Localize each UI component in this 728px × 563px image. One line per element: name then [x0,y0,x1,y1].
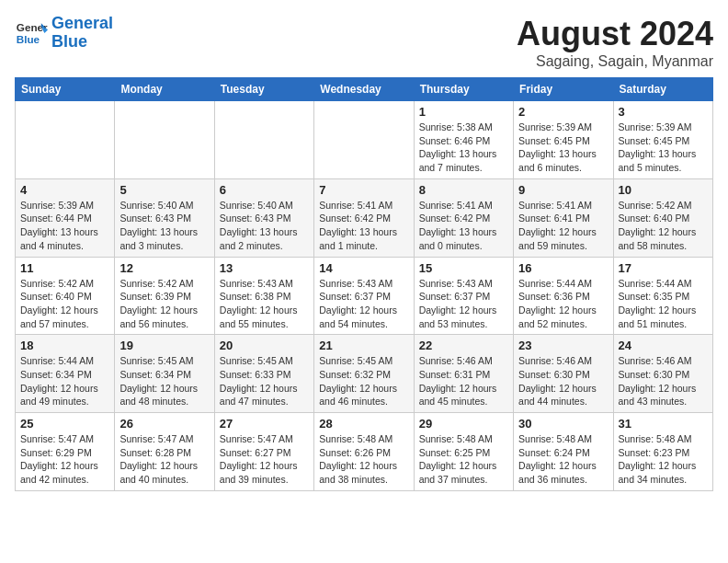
day-number: 21 [319,339,408,352]
logo: General Blue General Blue [15,15,113,52]
weekday-header-sunday: Sunday [16,78,115,101]
day-info: Sunrise: 5:47 AM Sunset: 6:28 PM Dayligh… [119,432,209,487]
day-info: Sunrise: 5:46 AM Sunset: 6:30 PM Dayligh… [619,354,708,408]
day-number: 4 [20,183,109,197]
calendar-cell: 15Sunrise: 5:43 AM Sunset: 6:37 PM Dayli… [414,257,513,335]
day-number: 26 [119,417,209,431]
day-info: Sunrise: 5:44 AM Sunset: 6:34 PM Dayligh… [20,354,109,408]
day-number: 10 [619,183,708,197]
calendar-week-3: 11Sunrise: 5:42 AM Sunset: 6:40 PM Dayli… [16,257,713,335]
calendar-cell: 18Sunrise: 5:44 AM Sunset: 6:34 PM Dayli… [16,335,115,413]
day-info: Sunrise: 5:48 AM Sunset: 6:23 PM Dayligh… [619,432,708,487]
day-info: Sunrise: 5:44 AM Sunset: 6:36 PM Dayligh… [518,277,608,331]
day-info: Sunrise: 5:41 AM Sunset: 6:42 PM Dayligh… [319,199,408,253]
weekday-header-wednesday: Wednesday [314,78,414,101]
day-info: Sunrise: 5:39 AM Sunset: 6:45 PM Dayligh… [619,121,708,175]
calendar-cell: 13Sunrise: 5:43 AM Sunset: 6:38 PM Dayli… [214,257,313,335]
day-info: Sunrise: 5:42 AM Sunset: 6:40 PM Dayligh… [619,199,708,253]
calendar-cell [214,101,313,179]
weekday-header-tuesday: Tuesday [214,78,313,101]
day-number: 15 [419,261,508,275]
day-info: Sunrise: 5:47 AM Sunset: 6:27 PM Dayligh… [220,432,309,487]
day-info: Sunrise: 5:43 AM Sunset: 6:37 PM Dayligh… [419,277,508,331]
title-block: August 2024 Sagaing, Sagain, Myanmar [517,15,713,70]
day-info: Sunrise: 5:45 AM Sunset: 6:32 PM Dayligh… [319,354,408,408]
logo-line1: General [51,14,113,32]
day-info: Sunrise: 5:42 AM Sunset: 6:40 PM Dayligh… [20,277,109,331]
calendar-cell: 1Sunrise: 5:38 AM Sunset: 6:46 PM Daylig… [414,101,513,179]
day-info: Sunrise: 5:43 AM Sunset: 6:37 PM Dayligh… [319,277,408,331]
day-info: Sunrise: 5:39 AM Sunset: 6:45 PM Dayligh… [518,121,608,175]
calendar-cell: 24Sunrise: 5:46 AM Sunset: 6:30 PM Dayli… [613,335,712,413]
calendar-cell: 11Sunrise: 5:42 AM Sunset: 6:40 PM Dayli… [16,257,115,335]
calendar-cell: 26Sunrise: 5:47 AM Sunset: 6:28 PM Dayli… [115,413,214,491]
day-info: Sunrise: 5:46 AM Sunset: 6:31 PM Dayligh… [419,354,508,408]
calendar-cell: 19Sunrise: 5:45 AM Sunset: 6:34 PM Dayli… [115,335,214,413]
day-number: 8 [419,183,508,197]
day-info: Sunrise: 5:38 AM Sunset: 6:46 PM Dayligh… [419,121,508,175]
calendar-cell: 20Sunrise: 5:45 AM Sunset: 6:33 PM Dayli… [214,335,313,413]
header: General Blue General Blue August 2024 Sa… [15,15,713,70]
calendar-cell: 30Sunrise: 5:48 AM Sunset: 6:24 PM Dayli… [514,413,613,491]
calendar-cell: 29Sunrise: 5:48 AM Sunset: 6:25 PM Dayli… [414,413,513,491]
day-number: 27 [220,417,309,431]
day-info: Sunrise: 5:45 AM Sunset: 6:33 PM Dayligh… [220,354,309,408]
calendar-cell: 17Sunrise: 5:44 AM Sunset: 6:35 PM Dayli… [613,257,712,335]
day-number: 24 [619,339,708,352]
calendar-cell: 31Sunrise: 5:48 AM Sunset: 6:23 PM Dayli… [613,413,712,491]
svg-text:Blue: Blue [17,33,40,45]
day-number: 30 [518,417,608,431]
day-number: 1 [419,105,508,119]
day-number: 3 [619,105,708,119]
day-info: Sunrise: 5:43 AM Sunset: 6:38 PM Dayligh… [220,277,309,331]
main-title: August 2024 [517,15,713,53]
calendar-cell: 21Sunrise: 5:45 AM Sunset: 6:32 PM Dayli… [314,335,414,413]
day-info: Sunrise: 5:44 AM Sunset: 6:35 PM Dayligh… [619,277,708,331]
day-number: 25 [20,417,109,431]
day-number: 23 [518,339,608,352]
calendar-cell: 8Sunrise: 5:41 AM Sunset: 6:42 PM Daylig… [414,178,513,257]
day-number: 22 [419,339,508,352]
day-number: 28 [319,417,408,431]
calendar-cell [314,101,414,179]
calendar-cell: 23Sunrise: 5:46 AM Sunset: 6:30 PM Dayli… [514,335,613,413]
day-info: Sunrise: 5:41 AM Sunset: 6:41 PM Dayligh… [518,199,608,253]
logo-line2: Blue [51,32,87,51]
calendar-cell: 5Sunrise: 5:40 AM Sunset: 6:43 PM Daylig… [115,178,214,257]
day-number: 31 [619,417,708,431]
calendar-table: SundayMondayTuesdayWednesdayThursdayFrid… [15,77,713,491]
day-number: 7 [319,183,408,197]
day-number: 20 [220,339,309,352]
day-number: 18 [20,339,109,352]
calendar-week-2: 4Sunrise: 5:39 AM Sunset: 6:44 PM Daylig… [16,178,713,257]
day-info: Sunrise: 5:40 AM Sunset: 6:43 PM Dayligh… [119,199,209,253]
calendar-cell: 6Sunrise: 5:40 AM Sunset: 6:43 PM Daylig… [214,178,313,257]
day-info: Sunrise: 5:40 AM Sunset: 6:43 PM Dayligh… [220,199,309,253]
weekday-header-saturday: Saturday [613,78,712,101]
day-info: Sunrise: 5:46 AM Sunset: 6:30 PM Dayligh… [518,354,608,408]
day-info: Sunrise: 5:39 AM Sunset: 6:44 PM Dayligh… [20,199,109,253]
calendar-cell: 3Sunrise: 5:39 AM Sunset: 6:45 PM Daylig… [613,101,712,179]
day-info: Sunrise: 5:48 AM Sunset: 6:26 PM Dayligh… [319,432,408,487]
calendar-cell: 9Sunrise: 5:41 AM Sunset: 6:41 PM Daylig… [514,178,613,257]
day-info: Sunrise: 5:48 AM Sunset: 6:25 PM Dayligh… [419,432,508,487]
weekday-header-friday: Friday [514,78,613,101]
day-info: Sunrise: 5:45 AM Sunset: 6:34 PM Dayligh… [119,354,209,408]
calendar-cell: 16Sunrise: 5:44 AM Sunset: 6:36 PM Dayli… [514,257,613,335]
day-number: 13 [220,261,309,275]
calendar-cell: 12Sunrise: 5:42 AM Sunset: 6:39 PM Dayli… [115,257,214,335]
day-info: Sunrise: 5:41 AM Sunset: 6:42 PM Dayligh… [419,199,508,253]
calendar-cell [16,101,115,179]
calendar-cell: 10Sunrise: 5:42 AM Sunset: 6:40 PM Dayli… [613,178,712,257]
day-info: Sunrise: 5:48 AM Sunset: 6:24 PM Dayligh… [518,432,608,487]
calendar-cell: 27Sunrise: 5:47 AM Sunset: 6:27 PM Dayli… [214,413,313,491]
day-number: 2 [518,105,608,119]
weekday-header-thursday: Thursday [414,78,513,101]
day-number: 6 [220,183,309,197]
calendar-cell: 4Sunrise: 5:39 AM Sunset: 6:44 PM Daylig… [16,178,115,257]
calendar-cell: 14Sunrise: 5:43 AM Sunset: 6:37 PM Dayli… [314,257,414,335]
day-number: 14 [319,261,408,275]
day-number: 5 [119,183,209,197]
day-info: Sunrise: 5:47 AM Sunset: 6:29 PM Dayligh… [20,432,109,487]
logo-icon: General Blue [15,17,48,50]
